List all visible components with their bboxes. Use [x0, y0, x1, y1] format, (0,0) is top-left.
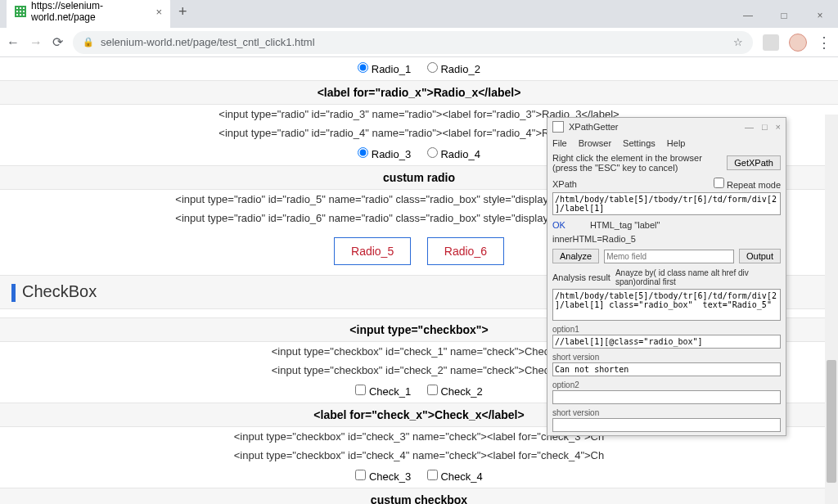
radio-4[interactable]: Radio_4 — [427, 148, 480, 160]
code-check-4: <input type="checkbox" id="check_4" name… — [0, 446, 838, 465]
svg-rect-4 — [16, 11, 18, 12]
xw-close-button[interactable]: × — [776, 122, 781, 132]
svg-rect-8 — [20, 14, 21, 16]
check-row-3-4: Check_3 Check_4 — [0, 465, 838, 488]
url-text: selenium-world.net/page/test_cntl_click1… — [101, 36, 315, 48]
radio-3[interactable]: Radio_3 — [358, 148, 411, 160]
xw-menu-bar: File Browser Settings Help — [547, 136, 786, 151]
innerhtml-label: innerHTML=Radio_5 — [552, 234, 636, 244]
repeat-mode-checkbox[interactable]: Repeat mode — [714, 178, 781, 190]
xw-hint: Right click the element in the browser (… — [552, 153, 722, 173]
xw-menu-help[interactable]: Help — [667, 138, 686, 148]
browser-menu-button[interactable]: ⋮ — [817, 34, 831, 52]
profile-icon[interactable] — [789, 34, 807, 52]
back-button[interactable]: ← — [7, 35, 20, 50]
xpath-label: XPath — [552, 179, 577, 189]
memo-input[interactable] — [604, 250, 734, 263]
xw-minimize-button[interactable]: — — [745, 122, 754, 132]
xw-menu-file[interactable]: File — [552, 138, 567, 148]
minimize-button[interactable]: — — [730, 3, 766, 28]
radio-6-button[interactable]: Radio_6 — [427, 237, 504, 265]
svg-rect-1 — [16, 7, 18, 9]
svg-rect-6 — [23, 11, 25, 12]
radio-5-button[interactable]: Radio_5 — [334, 237, 411, 265]
short2-label: short version — [547, 407, 786, 418]
option2-textarea[interactable] — [552, 390, 781, 404]
scrollbar-thumb[interactable] — [827, 360, 836, 483]
xw-titlebar[interactable]: XPathGetter — □ × — [547, 118, 786, 136]
xw-menu-settings[interactable]: Settings — [623, 138, 656, 148]
radio-row-1-2: Radio_1 Radio_2 — [0, 57, 838, 80]
option1-label: option1 — [547, 324, 786, 335]
section-label-radiox: <label for="radio_x">Radio_x</label> — [0, 80, 838, 105]
output-button[interactable]: Output — [739, 249, 781, 263]
scrollbar[interactable] — [825, 115, 838, 504]
radio-2[interactable]: Radio_2 — [427, 63, 480, 75]
check-3[interactable]: Check_3 — [355, 470, 411, 483]
browser-tab-strip: https://selenium-world.net/page × + — □ … — [0, 0, 838, 28]
svg-rect-7 — [16, 14, 18, 16]
svg-rect-9 — [23, 14, 25, 16]
radio-1[interactable]: Radio_1 — [358, 63, 411, 75]
option2-label: option2 — [547, 380, 786, 390]
favicon-icon — [15, 6, 26, 17]
lock-icon: 🔒 — [83, 37, 94, 47]
check-1[interactable]: Check_1 — [355, 385, 411, 398]
extension-icon[interactable] — [763, 34, 779, 51]
getxpath-button[interactable]: GetXPath — [727, 155, 781, 170]
short2-textarea[interactable] — [552, 418, 781, 432]
reload-button[interactable]: ⟳ — [52, 34, 63, 50]
analysis-result-textarea[interactable] — [552, 289, 781, 321]
short1-textarea[interactable] — [552, 362, 781, 376]
option1-textarea[interactable] — [552, 335, 781, 349]
close-tab-icon[interactable]: × — [155, 6, 162, 18]
maximize-button[interactable]: □ — [766, 3, 802, 28]
url-bar[interactable]: 🔒 selenium-world.net/page/test_cntl_clic… — [73, 31, 753, 54]
analyze-hint: Anayze by( id class name alt href div sp… — [615, 268, 781, 286]
close-window-button[interactable]: × — [802, 3, 838, 28]
xpathgetter-window[interactable]: XPathGetter — □ × File Browser Settings … — [547, 117, 786, 436]
forward-button[interactable]: → — [29, 35, 43, 50]
svg-rect-3 — [23, 7, 25, 9]
analyze-button[interactable]: Analyze — [552, 249, 599, 263]
svg-rect-5 — [20, 11, 21, 12]
app-icon — [552, 121, 564, 133]
tab-title: https://selenium-world.net/page — [31, 0, 151, 23]
analysis-result-label: Analysis result — [552, 272, 610, 282]
short1-label: short version — [547, 352, 786, 362]
bookmark-star-icon[interactable]: ☆ — [733, 36, 743, 48]
window-controls: — □ × — [730, 3, 838, 28]
new-tab-button[interactable]: + — [170, 3, 196, 20]
check-4[interactable]: Check_4 — [427, 470, 483, 483]
browser-toolbar: ← → ⟳ 🔒 selenium-world.net/page/test_cnt… — [0, 28, 838, 57]
xw-status-ok: OKHTML_tag "label" — [547, 218, 786, 232]
xw-maximize-button[interactable]: □ — [762, 122, 768, 132]
section-custom-checkbox: custum checkbox — [0, 488, 838, 504]
xw-menu-browser[interactable]: Browser — [579, 138, 611, 148]
xpath-textarea[interactable] — [552, 192, 781, 215]
xw-title-text: XPathGetter — [569, 122, 619, 132]
check-2[interactable]: Check_2 — [427, 385, 483, 398]
svg-rect-2 — [20, 7, 21, 9]
heading-bar-icon — [11, 284, 16, 302]
browser-tab[interactable]: https://selenium-world.net/page × — [7, 0, 170, 28]
